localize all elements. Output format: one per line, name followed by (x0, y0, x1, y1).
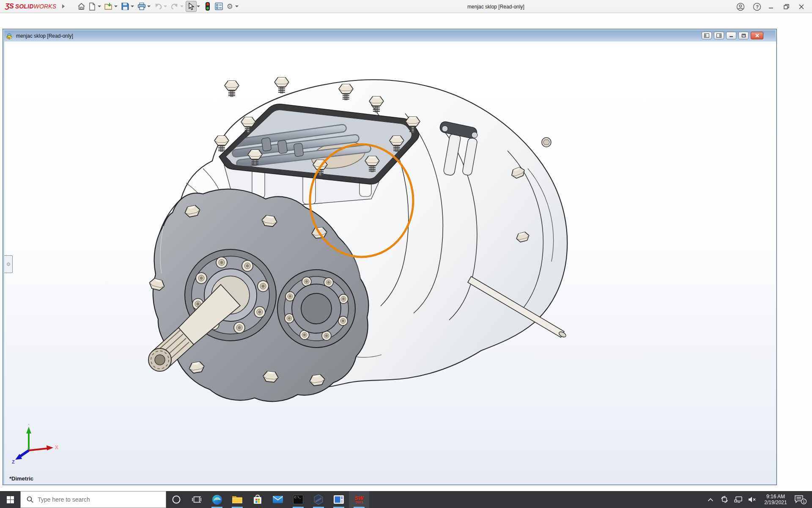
close-button[interactable] (797, 2, 806, 11)
3d-viewport[interactable]: Y X Z *Dimetric (4, 41, 776, 484)
start-button[interactable] (0, 491, 20, 508)
dock-right-icon (716, 33, 721, 38)
search-input[interactable] (38, 496, 152, 503)
app-window-title: menjac sklop [Read-only] (467, 4, 524, 10)
action-center-icon: 1 (794, 494, 807, 505)
home-icon (77, 3, 85, 10)
gearbox-3d-model (4, 41, 776, 484)
redo-dropdown[interactable] (180, 6, 184, 7)
app-client-area: menjac sklop [Read-only] (0, 14, 812, 491)
undo-button[interactable] (153, 1, 164, 12)
new-document-dropdown[interactable] (98, 6, 101, 7)
taskbar-app-file-explorer[interactable] (227, 491, 247, 508)
splitter-handle-icon (7, 262, 10, 266)
redo-button[interactable] (169, 1, 180, 12)
taskbar-app-edge[interactable] (207, 491, 227, 508)
tray-time: 9:16 AM (761, 494, 790, 500)
action-center-button[interactable]: 1 (793, 491, 808, 508)
gear-icon: ⚙ (227, 3, 233, 10)
document-title: menjac sklop [Read-only] (16, 33, 73, 39)
solidworks-taskbar-icon: SW 2021 (355, 495, 364, 504)
svg-text:Z: Z (12, 459, 15, 464)
new-document-icon (89, 3, 96, 11)
print-icon (137, 3, 146, 10)
taskbar-app-mail[interactable] (268, 491, 288, 508)
tray-clock[interactable]: 9:16 AM 2/19/2021 (761, 494, 790, 505)
tray-sync-display-button[interactable] (719, 491, 730, 508)
sync-display-icon (721, 496, 728, 503)
taskbar-app-solidworks[interactable]: SW 2021 (349, 491, 369, 508)
tray-network-button[interactable] (733, 491, 744, 508)
command-prompt-icon: C:\_ (293, 495, 303, 504)
minimize-button[interactable] (766, 2, 776, 11)
menu-flyout-arrow-icon[interactable] (62, 4, 65, 8)
dock-left-icon (704, 33, 709, 38)
view-orientation-label: *Dimetric (9, 475, 33, 482)
save-dropdown[interactable] (131, 6, 134, 7)
account-button[interactable] (736, 2, 745, 11)
tray-overflow-button[interactable] (705, 491, 716, 508)
help-button[interactable]: ? (751, 2, 760, 11)
document-minimize-button[interactable] (726, 32, 736, 39)
print-dropdown[interactable] (147, 6, 151, 7)
new-document-button[interactable] (87, 1, 98, 12)
restore-icon (783, 4, 790, 10)
document-restore-button[interactable] (738, 32, 749, 39)
taskbar-app-command-prompt[interactable]: C:\_ (288, 491, 308, 508)
options-dropdown[interactable] (235, 6, 239, 7)
file-properties-button[interactable] (213, 1, 224, 12)
solidworks-logo: ƷS SOLID WORKS (5, 2, 56, 11)
dock-pane-left-button[interactable] (702, 32, 712, 39)
triad-x-arrow (47, 445, 53, 450)
taskbar-app-store[interactable] (247, 491, 268, 508)
taskbar-search[interactable] (20, 491, 166, 508)
select-cursor-icon (188, 3, 195, 10)
secondary-output-flange (277, 270, 355, 348)
tray-volume-button[interactable] (747, 491, 758, 508)
save-icon (121, 3, 129, 10)
restore-button[interactable] (782, 2, 791, 11)
rebuild-traffic-light-icon (206, 2, 210, 11)
minimize-icon (768, 4, 774, 10)
save-button[interactable] (120, 1, 131, 12)
taskbar-app-media[interactable] (329, 491, 349, 508)
app-titlebar: ƷS SOLID WORKS (0, 0, 812, 13)
open-dropdown[interactable] (114, 6, 118, 7)
assembly-document-icon (6, 33, 14, 39)
close-icon (798, 4, 804, 10)
document-close-button[interactable] (751, 32, 763, 39)
rebuild-button[interactable] (202, 1, 213, 12)
select-dropdown[interactable] (197, 6, 200, 7)
dock-pane-right-button[interactable] (714, 32, 724, 39)
windows-logo-icon (7, 496, 14, 503)
media-app-icon (333, 495, 344, 504)
undo-dropdown[interactable] (164, 6, 167, 7)
task-view-icon (192, 496, 201, 503)
open-icon (104, 3, 113, 10)
doc-close-icon (755, 33, 760, 38)
task-view-button[interactable] (187, 491, 207, 508)
document-titlebar[interactable]: menjac sklop [Read-only] (4, 30, 775, 41)
svg-text:X: X (55, 444, 58, 450)
triad-y-arrow (26, 427, 31, 433)
orientation-triad: Y X Z (12, 424, 58, 467)
ethernet-network-icon (734, 496, 743, 503)
cortana-button[interactable] (166, 491, 187, 508)
home-button[interactable] (76, 1, 87, 12)
print-button[interactable] (136, 1, 147, 12)
volume-muted-icon (748, 496, 757, 503)
taskbar-app-hexagon[interactable] (308, 491, 329, 508)
edge-icon (212, 494, 222, 505)
doc-restore-icon (741, 33, 746, 38)
store-icon (252, 494, 263, 505)
open-button[interactable] (103, 1, 114, 12)
tray-date: 2/19/2021 (761, 500, 790, 505)
hexagon-app-icon (313, 494, 324, 505)
redo-icon (170, 3, 179, 10)
undo-icon (154, 3, 162, 10)
select-button[interactable] (186, 1, 197, 12)
options-button[interactable]: ⚙ (224, 1, 235, 12)
featuremanager-collapsed-tab[interactable] (4, 255, 13, 273)
windows-taskbar: C:\_ SW 2021 (0, 491, 812, 508)
document-window: menjac sklop [Read-only] (3, 29, 777, 485)
